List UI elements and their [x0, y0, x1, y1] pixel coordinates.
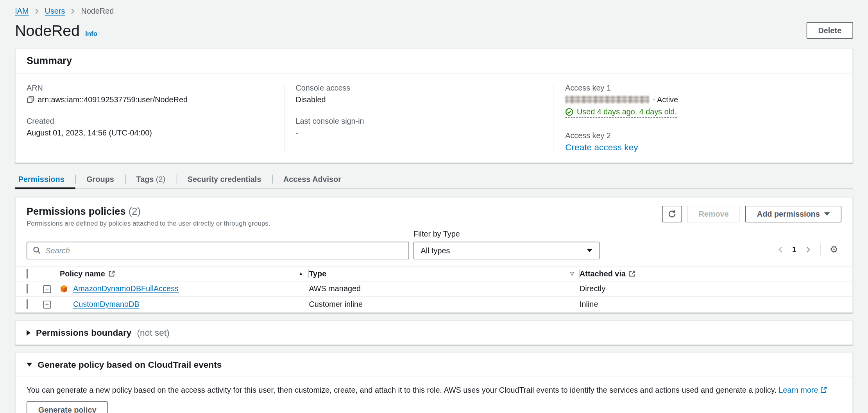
table-header-row: Policy name ▲ Type ▽ Attached via: [16, 266, 853, 281]
attached-via-header[interactable]: Attached via: [580, 266, 852, 281]
last-signin-field: Last console sign-in -: [295, 117, 542, 137]
gear-icon: ⚙: [830, 245, 838, 254]
filter-by-type-label: Filter by Type: [413, 229, 600, 238]
created-label: Created: [27, 117, 273, 126]
breadcrumb-iam-link[interactable]: IAM: [15, 7, 29, 16]
generate-policy-button[interactable]: Generate policy: [27, 401, 108, 413]
breadcrumb: IAM Users NodeRed: [15, 7, 853, 16]
caret-right-icon: [27, 330, 30, 335]
tab-bar: Permissions Groups Tags (2) Security cre…: [15, 171, 853, 189]
summary-grid: ARN arn:aws:iam::409192537759:user/NodeR…: [16, 73, 853, 162]
create-access-key-link[interactable]: Create access key: [565, 142, 638, 152]
sort-filter-icon[interactable]: ▽: [570, 271, 574, 276]
tab-permissions[interactable]: Permissions: [15, 171, 75, 188]
tab-access-advisor[interactable]: Access Advisor: [272, 171, 353, 188]
row-checkbox[interactable]: [27, 299, 28, 309]
policies-table: Policy name ▲ Type ▽ Attached via: [16, 266, 853, 312]
console-access-value: Disabled: [295, 95, 542, 104]
breadcrumb-current: NodeRed: [81, 7, 114, 16]
created-value: August 01, 2023, 14:56 (UTC-04:00): [27, 128, 273, 137]
permissions-boundary-title: Permissions boundary: [36, 328, 131, 337]
copy-icon[interactable]: [27, 96, 34, 103]
access-key-1-status: - Active: [653, 95, 678, 104]
access-key-usage: Used 4 days ago. 4 days old.: [565, 107, 677, 118]
type-header[interactable]: Type ▽: [309, 266, 580, 281]
page-header: NodeRed Info Delete: [15, 22, 853, 40]
aws-managed-policy-icon: [60, 285, 68, 293]
learn-more-link[interactable]: Learn more: [779, 385, 827, 394]
remove-button[interactable]: Remove: [687, 205, 741, 222]
check-circle-icon: [565, 107, 573, 116]
filter-row: Filter by Type All types 1 ⚙: [16, 228, 853, 259]
policy-link[interactable]: CustomDymanoDB: [73, 300, 140, 309]
arn-value: arn:aws:iam::409192537759:user/NodeRed: [38, 95, 188, 104]
delete-button[interactable]: Delete: [807, 22, 853, 39]
caret-down-icon: [27, 363, 32, 367]
caret-down-icon: [824, 212, 830, 215]
pagination: 1 ⚙: [774, 242, 841, 259]
created-field: Created August 01, 2023, 14:56 (UTC-04:0…: [27, 117, 273, 137]
expand-row-icon[interactable]: +: [43, 285, 51, 293]
generate-policy-description: You can generate a new policy based on t…: [27, 384, 841, 395]
summary-col-3: Access key 1 - Active Used 4 days ago. 4…: [553, 84, 852, 152]
divider: [820, 243, 821, 255]
policy-name-header[interactable]: Policy name ▲: [60, 266, 309, 281]
search-icon: [33, 246, 41, 254]
table-row: + CustomDymanoDB Customer inline Inline: [16, 297, 853, 312]
caret-down-icon: [587, 249, 592, 252]
policy-type: Customer inline: [309, 300, 580, 309]
type-filter-select[interactable]: All types: [413, 241, 600, 259]
breadcrumb-users-link[interactable]: Users: [45, 7, 65, 16]
policies-title: Permissions policies (2): [27, 205, 270, 217]
last-signin-value: -: [295, 128, 542, 137]
next-page-button[interactable]: [801, 244, 814, 255]
chevron-right-icon: [34, 8, 40, 14]
select-all-checkbox[interactable]: [27, 269, 28, 278]
search-input[interactable]: [45, 246, 403, 255]
permissions-boundary-card[interactable]: Permissions boundary (not set): [15, 320, 853, 345]
last-signin-label: Last console sign-in: [295, 117, 542, 126]
summary-card: Summary ARN arn:aws:iam::409192537759:us…: [15, 49, 853, 163]
access-key-2-label: Access key 2: [565, 131, 841, 140]
summary-col-1: ARN arn:aws:iam::409192537759:user/NodeR…: [16, 84, 284, 152]
tab-tags[interactable]: Tags (2): [125, 171, 176, 188]
access-key-1-label: Access key 1: [565, 84, 841, 93]
table-settings-button[interactable]: ⚙: [826, 242, 841, 256]
console-access-field: Console access Disabled: [295, 84, 542, 104]
sort-ascending-icon[interactable]: ▲: [299, 271, 304, 276]
add-permissions-button[interactable]: Add permissions: [745, 205, 841, 222]
table-row: + AmazonDynamoDBFullAccess AWS managed D…: [16, 281, 853, 297]
page-title: NodeRed: [15, 22, 80, 40]
summary-title: Summary: [27, 55, 841, 67]
summary-card-header: Summary: [16, 49, 853, 73]
search-box: [27, 241, 409, 259]
console-access-label: Console access: [295, 84, 542, 93]
generate-policy-header[interactable]: Generate policy based on CloudTrail even…: [16, 353, 853, 377]
generate-policy-card: Generate policy based on CloudTrail even…: [15, 352, 853, 413]
chevron-right-icon: [70, 8, 76, 14]
policy-attached-via: Directly: [580, 284, 852, 293]
refresh-button[interactable]: [662, 205, 682, 222]
permissions-boundary-status: (not set): [137, 328, 170, 337]
page-number[interactable]: 1: [789, 245, 800, 254]
policy-attached-via: Inline: [580, 300, 852, 309]
generate-policy-title: Generate policy based on CloudTrail even…: [38, 360, 222, 369]
access-key-2-field: Access key 2 Create access key: [565, 131, 841, 152]
policy-link[interactable]: AmazonDynamoDBFullAccess: [73, 284, 179, 293]
redacted-access-key: [565, 96, 649, 103]
previous-page-button[interactable]: [774, 244, 787, 255]
permissions-policies-card: Permissions policies (2) Permissions are…: [15, 197, 853, 313]
tab-groups[interactable]: Groups: [75, 171, 125, 188]
arn-label: ARN: [27, 84, 273, 93]
external-link-icon: [108, 270, 115, 277]
policy-type: AWS managed: [309, 284, 580, 293]
access-key-1-field: Access key 1 - Active Used 4 days ago. 4…: [565, 84, 841, 118]
external-link-icon: [629, 270, 635, 277]
iam-user-detail-page: IAM Users NodeRed NodeRed Info Delete Su…: [0, 0, 868, 413]
expand-row-icon[interactable]: +: [43, 301, 51, 309]
arn-field: ARN arn:aws:iam::409192537759:user/NodeR…: [27, 84, 273, 104]
info-link[interactable]: Info: [85, 30, 97, 37]
policies-actions: Remove Add permissions: [662, 205, 841, 222]
row-checkbox[interactable]: [27, 284, 28, 294]
tab-security-credentials[interactable]: Security credentials: [176, 171, 272, 188]
